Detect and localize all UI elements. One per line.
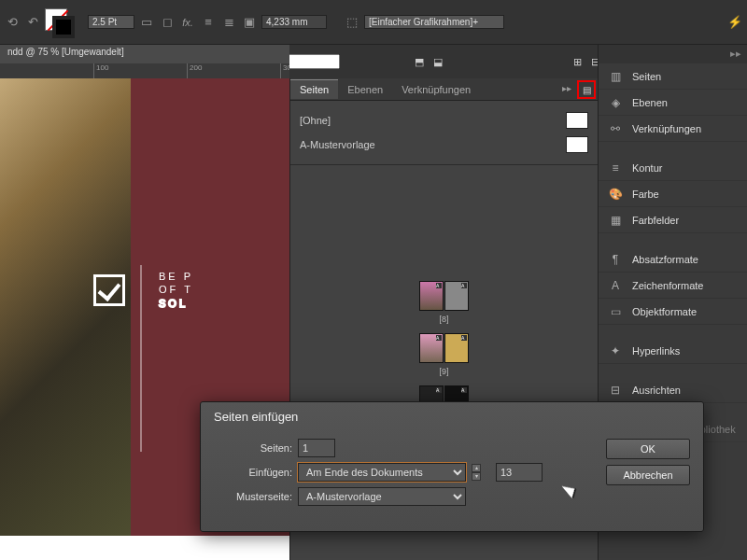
options-bar: ⟲ ↶ ▭ ◻ fx. ≡ ≣ ▣ ⬚ ⚡: [0, 0, 747, 45]
thumb-label: [8]: [439, 315, 448, 324]
master-row[interactable]: [Ohne]: [300, 108, 588, 133]
panel-row-ebenen[interactable]: ◈Ebenen: [599, 90, 747, 116]
bolt-icon[interactable]: ⚡: [726, 14, 743, 31]
corner-icon[interactable]: ◻: [159, 14, 176, 31]
placed-image: [0, 78, 131, 554]
panel-menu-icon[interactable]: ▤: [577, 80, 596, 99]
ruler-tick: 100: [93, 63, 108, 78]
measure-input[interactable]: [261, 15, 327, 29]
master-name: [Ohne]: [300, 115, 331, 126]
fit1-icon[interactable]: ⬒: [415, 56, 424, 68]
tab-verknuepfungen[interactable]: Verknüpfungen: [392, 80, 480, 99]
divider-line: [140, 265, 142, 452]
cap-icon[interactable]: ▭: [138, 14, 155, 31]
page-thumb[interactable]: A: [444, 333, 469, 363]
cancel-button[interactable]: Abbrechen: [606, 465, 690, 485]
panel-row-kontur[interactable]: ≡Kontur: [599, 155, 747, 181]
master-thumb: [566, 136, 588, 153]
page-thumb[interactable]: A: [419, 281, 444, 311]
master-name: A-Mustervorlage: [300, 139, 375, 150]
label-insert: Einfügen:: [214, 467, 292, 478]
para-icon: ¶: [608, 252, 623, 267]
sync-icon[interactable]: ⟲: [4, 14, 21, 31]
fx-icon[interactable]: fx.: [179, 14, 196, 31]
panel-row-verknuepfungen[interactable]: ⚯Verknüpfungen: [599, 116, 747, 142]
page-thumb[interactable]: A: [444, 281, 469, 311]
undo-icon[interactable]: ↶: [24, 14, 41, 31]
object-style-dropdown[interactable]: [364, 15, 504, 29]
panel-tabs: Seiten Ebenen Verknüpfungen ▸▸ ▤: [290, 78, 598, 101]
dialog-title: Seiten einfügen: [201, 402, 703, 431]
master-page-select[interactable]: A-Mustervorlage: [298, 487, 466, 506]
pages-icon: ▥: [608, 69, 623, 84]
stroke-swatch[interactable]: [52, 16, 75, 38]
collapse-icon[interactable]: ▸▸: [562, 83, 571, 93]
ruler-tick: 200: [187, 63, 202, 78]
frame-icon[interactable]: ▣: [241, 14, 258, 31]
master-row[interactable]: A-Mustervorlage: [300, 133, 588, 157]
align-icon: ⊟: [608, 383, 623, 398]
stroke-weight-input[interactable]: [88, 15, 134, 29]
selection-icon[interactable]: ⬚: [344, 14, 360, 31]
horizontal-ruler: 100 200 300: [0, 63, 289, 78]
panel-row-seiten[interactable]: ▥Seiten: [599, 63, 747, 90]
align2-icon[interactable]: ≣: [220, 14, 237, 31]
insert-position-select[interactable]: Am Ende des Dokuments: [298, 463, 466, 482]
panel-row-hyperlinks[interactable]: ✦Hyperlinks: [599, 338, 747, 364]
page-footer: [0, 536, 289, 560]
dock-controls[interactable]: ▸▸: [599, 45, 747, 63]
master-thumb: [566, 112, 588, 129]
document-tab[interactable]: ndd @ 75 % [Umgewandelt]: [0, 45, 289, 63]
page-headline: BE P OF T SOL: [159, 270, 193, 310]
align1-icon[interactable]: ≡: [200, 14, 217, 31]
label-master: Musterseite:: [214, 491, 292, 502]
thumb-label: [9]: [439, 367, 448, 376]
ruler-tick: 300: [280, 63, 289, 78]
grid1-icon[interactable]: ⊞: [573, 56, 582, 68]
master-pages: [Ohne] A-Mustervorlage: [290, 101, 598, 165]
page-thumb[interactable]: A: [419, 333, 444, 363]
panel-row-zeichenformate[interactable]: AZeichenformate: [599, 273, 747, 299]
color-icon: 🎨: [608, 187, 623, 202]
panel-row-objektformate[interactable]: ▭Objektformate: [599, 299, 747, 325]
layers-icon: ◈: [608, 95, 623, 110]
page-number-input[interactable]: [496, 463, 543, 482]
char-icon: A: [608, 278, 623, 293]
label-pages: Seiten:: [214, 442, 292, 454]
pages-input[interactable]: [298, 439, 335, 457]
insert-pages-dialog: Seiten einfügen Seiten: Einfügen: Am End…: [200, 401, 704, 532]
panel-row-absatzformate[interactable]: ¶Absatzformate: [599, 246, 747, 273]
tab-ebenen[interactable]: Ebenen: [338, 80, 392, 99]
ok-button[interactable]: OK: [606, 439, 690, 459]
stroke-icon: ≡: [608, 161, 623, 175]
tab-seiten[interactable]: Seiten: [290, 79, 338, 99]
checkmark-icon: [93, 274, 125, 306]
panel-row-farbfelder[interactable]: ▦Farbfelder: [599, 207, 747, 233]
page-number-stepper[interactable]: ▴▾: [472, 464, 481, 481]
fit2-icon[interactable]: ⬓: [433, 56, 443, 68]
panel-row-ausrichten[interactable]: ⊟Ausrichten: [599, 377, 747, 403]
panel-row-farbe[interactable]: 🎨Farbe: [599, 181, 747, 207]
obj-icon: ▭: [608, 304, 623, 319]
swatches-icon: ▦: [608, 213, 623, 228]
links-icon: ⚯: [608, 121, 623, 136]
hyper-icon: ✦: [608, 343, 623, 358]
